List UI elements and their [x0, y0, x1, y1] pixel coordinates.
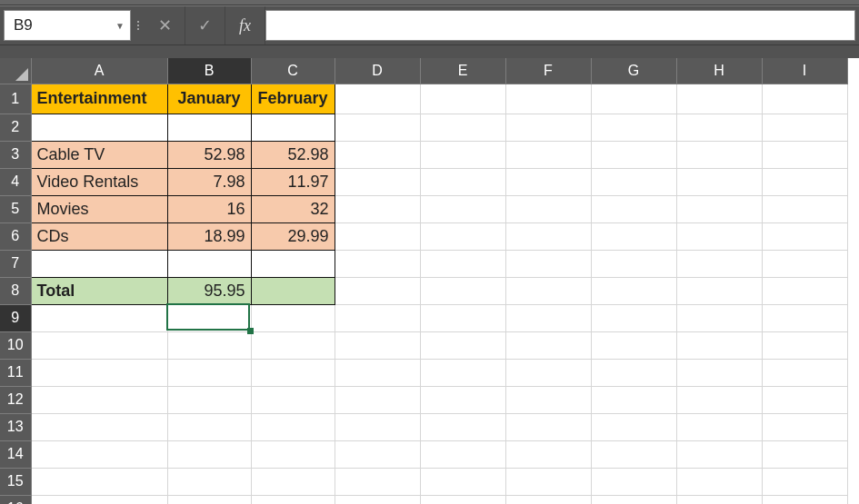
cell-C12[interactable] — [251, 386, 335, 413]
cancel-button[interactable]: ✕ — [145, 6, 185, 44]
cell-G15[interactable] — [591, 468, 676, 495]
cell-B2[interactable] — [167, 114, 251, 141]
select-all-corner[interactable] — [0, 58, 31, 84]
cell-D15[interactable] — [335, 468, 420, 495]
cell-C6[interactable]: 29.99 — [251, 222, 335, 250]
enter-button[interactable]: ✓ — [185, 6, 225, 44]
cell-B11[interactable] — [167, 359, 251, 386]
cell-C3[interactable]: 52.98 — [251, 141, 335, 168]
cell-H11[interactable] — [676, 359, 762, 386]
cell-I5[interactable] — [762, 195, 847, 222]
cell-F14[interactable] — [505, 440, 591, 468]
cell-G1[interactable] — [591, 84, 676, 114]
cell-H8[interactable] — [676, 277, 762, 304]
cell-F16[interactable] — [505, 495, 591, 504]
cell-G7[interactable] — [591, 250, 676, 277]
cell-F2[interactable] — [505, 114, 591, 141]
cell-E13[interactable] — [420, 413, 505, 440]
cell-C2[interactable] — [251, 114, 335, 141]
cell-E12[interactable] — [420, 386, 505, 413]
cell-E5[interactable] — [420, 195, 505, 222]
row-header-14[interactable]: 14 — [0, 440, 31, 468]
cell-F7[interactable] — [505, 250, 591, 277]
cell-E14[interactable] — [420, 440, 505, 468]
cell-G8[interactable] — [591, 277, 676, 304]
cell-B16[interactable] — [167, 495, 251, 504]
cell-H5[interactable] — [676, 195, 762, 222]
cell-I3[interactable] — [762, 141, 847, 168]
cell-E2[interactable] — [420, 114, 505, 141]
cell-F3[interactable] — [505, 141, 591, 168]
cell-G4[interactable] — [591, 168, 676, 195]
cell-H4[interactable] — [676, 168, 762, 195]
cell-A14[interactable] — [31, 440, 167, 468]
cell-C15[interactable] — [251, 468, 335, 495]
cell-I15[interactable] — [762, 468, 847, 495]
cell-A12[interactable] — [31, 386, 167, 413]
cell-A15[interactable] — [31, 468, 167, 495]
row-header-13[interactable]: 13 — [0, 413, 31, 440]
row-header-8[interactable]: 8 — [0, 277, 31, 304]
cell-A7[interactable] — [31, 250, 167, 277]
cell-G2[interactable] — [591, 114, 676, 141]
column-header-G[interactable]: G — [591, 58, 676, 84]
column-header-B[interactable]: B — [167, 58, 251, 84]
cell-G9[interactable] — [591, 304, 676, 331]
cell-A4[interactable]: Video Rentals — [31, 168, 167, 195]
cell-A10[interactable] — [31, 331, 167, 359]
cell-C5[interactable]: 32 — [251, 195, 335, 222]
row-header-9[interactable]: 9 — [0, 304, 31, 331]
cell-E7[interactable] — [420, 250, 505, 277]
cell-A11[interactable] — [31, 359, 167, 386]
cell-D5[interactable] — [335, 195, 420, 222]
cell-B9[interactable] — [167, 304, 251, 331]
cell-E1[interactable] — [420, 84, 505, 114]
cell-G13[interactable] — [591, 413, 676, 440]
cell-B12[interactable] — [167, 386, 251, 413]
cell-F6[interactable] — [505, 222, 591, 250]
cell-C8[interactable] — [251, 277, 335, 304]
cell-E3[interactable] — [420, 141, 505, 168]
cell-D2[interactable] — [335, 114, 420, 141]
column-header-I[interactable]: I — [762, 58, 847, 84]
cell-G11[interactable] — [591, 359, 676, 386]
cell-H6[interactable] — [676, 222, 762, 250]
cell-H1[interactable] — [676, 84, 762, 114]
cell-I1[interactable] — [762, 84, 847, 114]
cell-H12[interactable] — [676, 386, 762, 413]
cell-H7[interactable] — [676, 250, 762, 277]
formula-input[interactable] — [265, 10, 855, 41]
cell-G10[interactable] — [591, 331, 676, 359]
row-header-15[interactable]: 15 — [0, 468, 31, 495]
cell-B14[interactable] — [167, 440, 251, 468]
cell-E8[interactable] — [420, 277, 505, 304]
column-header-D[interactable]: D — [335, 58, 420, 84]
cell-F13[interactable] — [505, 413, 591, 440]
cell-F8[interactable] — [505, 277, 591, 304]
cell-E16[interactable] — [420, 495, 505, 504]
cell-H14[interactable] — [676, 440, 762, 468]
cell-I11[interactable] — [762, 359, 847, 386]
cell-C4[interactable]: 11.97 — [251, 168, 335, 195]
cell-C11[interactable] — [251, 359, 335, 386]
cell-I9[interactable] — [762, 304, 847, 331]
cell-B8[interactable]: 95.95 — [167, 277, 251, 304]
cell-E11[interactable] — [420, 359, 505, 386]
cell-C7[interactable] — [251, 250, 335, 277]
cell-I13[interactable] — [762, 413, 847, 440]
row-header-7[interactable]: 7 — [0, 250, 31, 277]
cell-B7[interactable] — [167, 250, 251, 277]
cell-A9[interactable] — [31, 304, 167, 331]
cell-A2[interactable] — [31, 114, 167, 141]
cell-D6[interactable] — [335, 222, 420, 250]
cell-G6[interactable] — [591, 222, 676, 250]
cell-A13[interactable] — [31, 413, 167, 440]
cell-D16[interactable] — [335, 495, 420, 504]
insert-function-button[interactable]: fx — [225, 6, 265, 44]
cell-B10[interactable] — [167, 331, 251, 359]
cell-F4[interactable] — [505, 168, 591, 195]
cell-A1[interactable]: Entertainment — [31, 84, 167, 114]
cell-I6[interactable] — [762, 222, 847, 250]
cell-C16[interactable] — [251, 495, 335, 504]
column-header-E[interactable]: E — [420, 58, 505, 84]
